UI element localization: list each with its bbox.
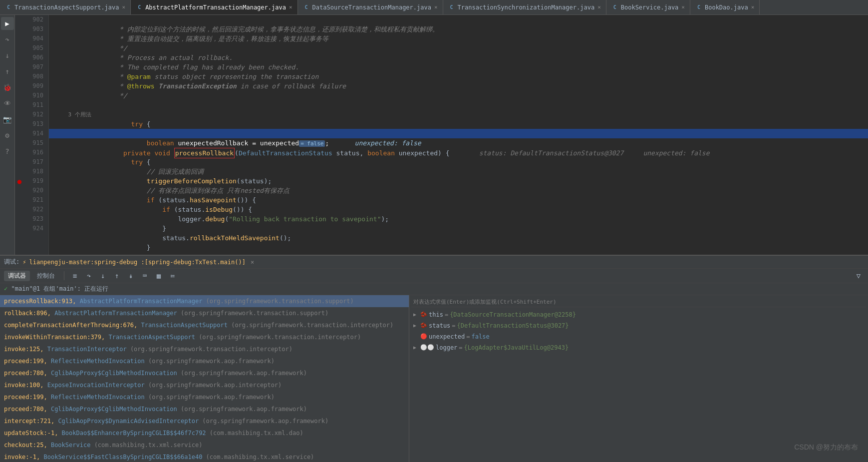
tab-close-2[interactable]: ×	[289, 4, 292, 10]
stack-frame-2[interactable]: completeTransactionAfterThrowing:676, Tr…	[0, 319, 409, 331]
frame-pkg-2: (org.springframework.transaction.interce…	[231, 322, 393, 329]
code-line-914	[49, 138, 868, 148]
tab-TransactionAspectSupport[interactable]: C TransactionAspectSupport.java ×	[0, 0, 131, 15]
stack-frame-3[interactable]: invokeWithinTransaction:379, Transaction…	[0, 331, 409, 343]
brace-924: }	[100, 244, 151, 251]
varval-status: {DefaultTransactionStatus@3027}	[457, 321, 569, 330]
filter-btn[interactable]: ▽	[853, 270, 864, 281]
tab-BookDao[interactable]: C BookDao.java ×	[690, 0, 760, 15]
code-area[interactable]: ● 902 903 904 905 906 907 908 909	[15, 15, 868, 255]
tab-close-3[interactable]: ×	[434, 4, 438, 10]
code-line-915: try {	[49, 148, 868, 157]
var-status[interactable]: ▶ 🫘 status = {DefaultTransactionStatus@3…	[411, 320, 866, 331]
step-over-icon[interactable]: ↷	[1, 33, 14, 46]
gutter-914	[15, 129, 24, 138]
resume-icon[interactable]: ▶	[1, 17, 14, 30]
tab-icon-4: C	[448, 4, 455, 11]
threads-btn[interactable]: ≔	[167, 270, 178, 281]
var-this[interactable]: ▶ 🫘 this = {DataSourceTransactionManager…	[411, 309, 866, 320]
ln-915: 915	[26, 138, 43, 148]
camera-icon[interactable]: 📷	[1, 113, 14, 126]
step-into-btn[interactable]: ↓	[97, 270, 108, 281]
variables-header[interactable]: 对表达式求值(Enter)或添加监视(Ctrl+Shift+Enter)	[411, 297, 866, 307]
tab-TransactionSynchronizationManager[interactable]: C TransactionSynchronizationManager.java…	[443, 0, 606, 15]
tab-close-5[interactable]: ×	[681, 4, 685, 10]
stack-frame-8[interactable]: proceed:199, ReflectiveMethodInvocation …	[0, 391, 409, 403]
frame-class-13: BookService$$FastClassBySpringCGLIB$$66a…	[43, 454, 206, 461]
tab-icon-5: C	[611, 4, 618, 11]
expand-logger[interactable]: ▶	[413, 343, 420, 352]
toolbar-divider	[64, 271, 64, 280]
debug-label: 调试:	[4, 258, 19, 266]
tab-close-6[interactable]: ×	[751, 4, 755, 10]
frame-pkg-8: (org.springframework.aop.framework)	[148, 394, 275, 401]
resume-btn[interactable]: ≡	[69, 270, 80, 281]
ln-910: 910	[26, 91, 43, 100]
frame-name-11: updateStock:-1,	[4, 430, 62, 437]
unknown-icon[interactable]: ?	[1, 145, 14, 158]
tab-close-4[interactable]: ×	[597, 4, 601, 10]
ln-914: 914	[26, 129, 43, 138]
expand-this[interactable]: ▶	[413, 310, 420, 319]
gutter-922	[15, 205, 24, 214]
var-logger[interactable]: ▶ ⚪⚪ logger = {LogAdapter$JavaUtilLog@29…	[411, 342, 866, 353]
frames-btn[interactable]: ▦	[153, 270, 164, 281]
main-content: ▶ ↷ ↓ ↑ 🐞 👁 📷 ⚙ ?	[0, 15, 868, 255]
stack-frame-5[interactable]: proceed:199, ReflectiveMethodInvocation …	[0, 355, 409, 367]
varval-this: {DataSourceTransactionManager@2258}	[450, 310, 576, 319]
tab-label-1: TransactionAspectSupport.java	[14, 4, 119, 11]
tab-BookService[interactable]: C BookService.java ×	[606, 0, 690, 15]
code-line-905: * Process an actual rollback.	[49, 43, 868, 53]
ln-922: 922	[26, 205, 43, 214]
vareq-logger: =	[459, 343, 462, 352]
debug-toolbar: 调试器 控制台 ≡ ↷ ↓ ↑ ↡ ⌨ ▦ ≔ ▽	[0, 269, 868, 283]
tab-console[interactable]: 控制台	[33, 271, 59, 281]
session-close[interactable]: ×	[251, 259, 254, 266]
frame-pkg-4: (org.springframework.transaction.interce…	[130, 346, 292, 353]
gutter-907	[15, 62, 24, 72]
run-cursor-btn[interactable]: ↡	[125, 270, 136, 281]
step-out-btn[interactable]: ↑	[111, 270, 122, 281]
frame-pkg-6: (org.springframework.aop.framework)	[181, 370, 307, 377]
tab-icon-6: C	[695, 4, 702, 11]
tab-label-3: DataSourceTransactionManager.java	[312, 4, 431, 11]
ln-919: 919	[26, 176, 43, 186]
tab-AbstractPlatformTransactionManager[interactable]: C AbstractPlatformTransactionManager.jav…	[131, 0, 297, 15]
tab-close-1[interactable]: ×	[122, 4, 126, 10]
session-name[interactable]: lianpengju-master:spring-debug :[spring-…	[29, 259, 245, 266]
stack-frame-6[interactable]: proceed:780, CglibAopProxy$CglibMethodIn…	[0, 367, 409, 379]
frame-name-3: invokeWithinTransaction:379,	[4, 334, 109, 341]
tab-DataSourceTransactionManager[interactable]: C DataSourceTransactionManager.java ×	[298, 0, 443, 15]
watch-icon[interactable]: 👁	[1, 97, 14, 110]
stack-frame-12[interactable]: checkout:25, BookService (com.mashibing.…	[0, 439, 409, 451]
debug-content: processRollback:913, AbstractPlatformTra…	[0, 295, 868, 462]
tab-debugger[interactable]: 调试器	[4, 271, 30, 281]
gutter-905	[15, 43, 24, 53]
stack-frame-0[interactable]: processRollback:913, AbstractPlatformTra…	[0, 295, 409, 307]
frame-class-9: CglibAopProxy$CglibMethodInvocation	[51, 406, 181, 413]
evaluate-btn[interactable]: ⌨	[139, 270, 150, 281]
ln-912: 912	[26, 110, 43, 119]
debug-icon[interactable]: 🐞	[1, 81, 14, 94]
stack-frame-7[interactable]: invoke:100, ExposeInvocationInterceptor …	[0, 379, 409, 391]
code-line-906: * The completed flag has already been ch…	[49, 53, 868, 62]
stack-frame-9[interactable]: proceed:780, CglibAopProxy$CglibMethodIn…	[0, 403, 409, 415]
frame-name-9: proceed:780,	[4, 406, 51, 413]
step-over-btn[interactable]: ↷	[83, 270, 94, 281]
thread-status: "main"@1 在组'main': 正在运行	[11, 285, 108, 292]
stack-frame-1[interactable]: rollback:896, AbstractPlatformTransactio…	[0, 307, 409, 319]
tab-bar: C TransactionAspectSupport.java × C Abst…	[0, 0, 868, 15]
step-into-icon[interactable]: ↓	[1, 49, 14, 62]
var-unexpected[interactable]: ▶ 🔴 unexpected = false	[411, 331, 866, 342]
step-out-icon[interactable]: ↑	[1, 65, 14, 78]
expand-status[interactable]: ▶	[413, 321, 420, 330]
frame-name-4: invoke:125,	[4, 346, 47, 353]
stack-frame-10[interactable]: intercept:721, CglibAopProxy$DynamicAdvi…	[0, 415, 409, 427]
gutter-923	[15, 214, 24, 224]
settings-icon[interactable]: ⚙	[1, 129, 14, 142]
stack-frame-4[interactable]: invoke:125, TransactionInterceptor (org.…	[0, 343, 409, 355]
stack-frame-13[interactable]: invoke:-1, BookService$$FastClassBySprin…	[0, 451, 409, 462]
stack-frame-11[interactable]: updateStock:-1, BookDao$$EnhancerBySprin…	[0, 427, 409, 439]
gutter-912	[15, 110, 24, 119]
frame-pkg-9: (org.springframework.aop.framework)	[181, 406, 307, 413]
